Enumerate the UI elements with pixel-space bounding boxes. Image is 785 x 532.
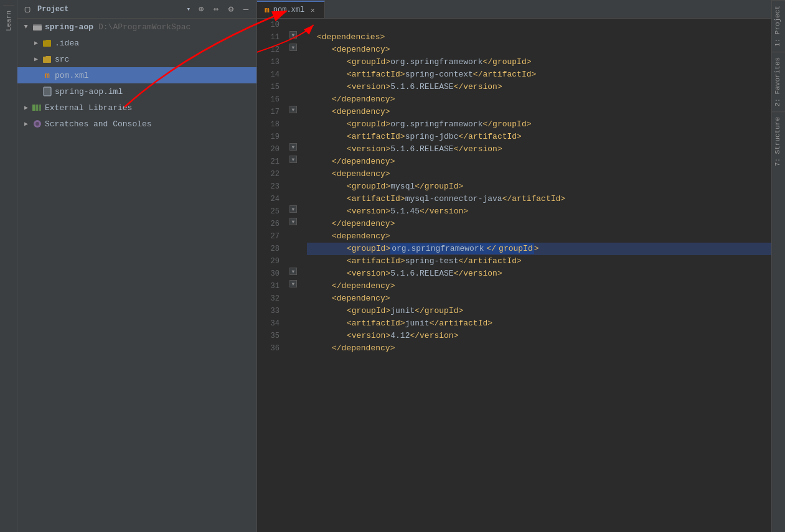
tab-pom-xml[interactable]: m pom.xml ✕ — [257, 1, 325, 18]
tree-item-iml[interactable]: ▶ spring-aop.iml — [17, 83, 256, 100]
content-area: ▢ Project ▾ ⊕ ⇔ ⚙ — ▶ — [17, 0, 785, 532]
code-editor[interactable]: 10 11 12 13 14 15 16 17 18 19 20 21 22 2… — [257, 19, 771, 532]
fold-marker-21[interactable]: ▼ — [289, 143, 297, 151]
project-root-icon — [32, 22, 42, 32]
spring-aop-path: D:\AProgramWorkSpac — [98, 22, 190, 32]
code-line-15: <version>5.1.6.RELEASE</version> — [307, 81, 771, 93]
sidebar: ▢ Project ▾ ⊕ ⇔ ⚙ — ▶ — [17, 0, 257, 532]
sidebar-header: ▢ Project ▾ ⊕ ⇔ ⚙ — — [17, 0, 256, 19]
src-label: src — [55, 55, 69, 64]
svg-rect-4 — [32, 105, 35, 111]
arrow-src: ▶ — [32, 55, 40, 63]
svg-rect-1 — [33, 26, 42, 30]
code-line-31: </dependency> — [307, 280, 771, 292]
idea-label: .idea — [55, 39, 79, 48]
code-line-13: <groupId>org.springframework</groupId> — [307, 56, 771, 68]
idea-folder-icon — [42, 38, 52, 48]
pom-xml-icon: m — [42, 70, 52, 80]
svg-rect-5 — [35, 105, 38, 111]
code-line-10 — [307, 19, 771, 31]
code-line-19: <artifactId>spring-jdbc</artifactId> — [307, 131, 771, 143]
code-line-11: <dependencies> — [307, 31, 771, 44]
scratches-label: Scratches and Consoles — [45, 119, 152, 129]
sidebar-icons: ⊕ ⇔ ⚙ — — [195, 4, 251, 15]
settings-icon[interactable]: ⚙ — [225, 4, 237, 15]
hide-icon[interactable]: — — [240, 4, 251, 15]
right-side-labels: 1: Project 2: Favorites 7: Structure — [771, 0, 785, 532]
code-line-20: <version>5.1.6.RELEASE</version> — [307, 143, 771, 156]
tab-pom-icon: m — [265, 6, 270, 15]
project-tree: ▶ spring-aop D:\AProgramWorkSpac ▶ — [17, 19, 256, 132]
code-line-35: <version>4.12</version> — [307, 330, 771, 342]
arrow-ext-lib: ▶ — [22, 104, 30, 111]
code-line-25: <version>5.1.45</version> — [307, 205, 771, 218]
tree-item-src[interactable]: ▶ src — [17, 51, 256, 67]
collapse-all-icon[interactable]: ⇔ — [210, 4, 222, 15]
sidebar-title: Project — [37, 5, 181, 14]
fold-marker-17[interactable]: ▼ — [289, 106, 297, 113]
project-panel-label[interactable]: 1: Project — [772, 0, 785, 52]
code-line-34: <artifactId>junit</artifactId> — [307, 317, 771, 330]
svg-rect-2 — [44, 87, 51, 96]
code-line-14: <artifactId>spring-context</artifactId> — [307, 68, 771, 81]
code-line-27: <dependency> — [307, 230, 771, 243]
project-folder-icon: ▢ — [22, 4, 32, 14]
fold-marker-12[interactable]: ▼ — [289, 44, 297, 51]
src-folder-icon — [42, 54, 52, 64]
ext-lib-icon — [32, 103, 42, 113]
code-line-26: </dependency> — [307, 218, 771, 230]
fold-marker-22[interactable]: ▼ — [289, 156, 297, 163]
ext-lib-label: External Libraries — [45, 103, 132, 113]
line-numbers: 10 11 12 13 14 15 16 17 18 19 20 21 22 2… — [257, 19, 287, 532]
fold-marker-11[interactable]: ▼ — [289, 31, 297, 39]
fold-marker-32[interactable]: ▼ — [289, 280, 297, 287]
code-line-29: <artifactId>spring-test</artifactId> — [307, 255, 771, 268]
fold-marker-27[interactable]: ▼ — [289, 218, 297, 225]
iml-icon — [42, 86, 52, 96]
favorites-panel-label[interactable]: 2: Favorites — [772, 52, 785, 111]
tree-item-pom-xml[interactable]: ▶ m pom.xml — [17, 67, 256, 83]
code-line-23: <groupId>mysql</groupId> — [307, 180, 771, 193]
arrow-spring-aop: ▶ — [22, 23, 30, 30]
code-line-30: <version>5.1.6.RELEASE</version> — [307, 268, 771, 280]
fold-marker-26[interactable]: ▼ — [289, 205, 297, 213]
code-gutter: ▼ ▼ ▼ ▼ ▼ ▼ ▼ ▼ ▼ — [287, 19, 302, 532]
pom-xml-label: pom.xml — [55, 71, 89, 80]
tree-item-scratches[interactable]: ▶ Scratches and Consoles — [17, 116, 256, 132]
code-line-33: <groupId>junit</groupId> — [307, 305, 771, 317]
code-line-22: <dependency> — [307, 168, 771, 180]
add-module-icon[interactable]: ⊕ — [195, 4, 207, 15]
tab-pom-label: pom.xml — [273, 6, 304, 14]
code-line-24: <artifactId>mysql-connector-java</artifa… — [307, 193, 771, 205]
arrow-idea: ▶ — [32, 39, 40, 47]
structure-panel-label[interactable]: 7: Structure — [772, 111, 785, 171]
code-line-21: </dependency> — [307, 156, 771, 168]
tab-close-button[interactable]: ✕ — [308, 6, 317, 14]
editor-area: m pom.xml ✕ 10 11 12 13 14 15 16 17 18 — [257, 0, 771, 532]
main-area: ▢ Project ▾ ⊕ ⇔ ⚙ — ▶ — [17, 0, 785, 532]
learn-panel-label[interactable]: Learn — [3, 5, 14, 36]
code-content[interactable]: <dependencies> <dependency> <groupId>org… — [302, 19, 771, 532]
code-line-12: <dependency> — [307, 44, 771, 56]
svg-rect-6 — [39, 105, 41, 111]
code-line-32: <dependency> — [307, 292, 771, 305]
fold-marker-31[interactable]: ▼ — [289, 268, 297, 275]
tree-item-ext-lib[interactable]: ▶ External Libraries — [17, 100, 256, 116]
scratches-icon — [32, 119, 42, 129]
tree-item-spring-aop[interactable]: ▶ spring-aop D:\AProgramWorkSpac — [17, 19, 256, 35]
code-line-36: </dependency> — [307, 342, 771, 355]
svg-point-8 — [35, 122, 39, 126]
code-line-16: </dependency> — [307, 93, 771, 106]
sidebar-dropdown-arrow[interactable]: ▾ — [186, 5, 190, 13]
arrow-scratches: ▶ — [22, 120, 30, 128]
code-line-28: <groupId>org.springframework</groupId> — [307, 243, 771, 255]
code-line-18: <groupId>org.springframework</groupId> — [307, 118, 771, 131]
spring-aop-label: spring-aop — [45, 22, 93, 32]
code-line-17: <dependency> — [307, 106, 771, 118]
iml-label: spring-aop.iml — [55, 87, 123, 96]
tree-item-idea[interactable]: ▶ .idea — [17, 35, 256, 51]
left-toolbar: Learn — [0, 0, 17, 532]
tab-bar: m pom.xml ✕ — [257, 0, 771, 19]
